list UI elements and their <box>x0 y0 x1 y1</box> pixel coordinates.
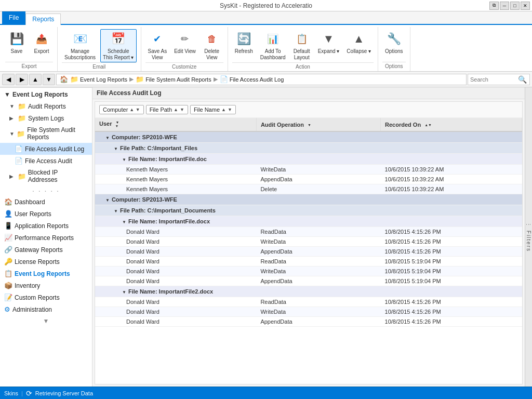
edit-view-button[interactable]: ✏ Edit View <box>171 29 198 56</box>
col-header-user[interactable]: User ▼▾ <box>95 118 256 131</box>
table-row[interactable]: Donald WardAppendData10/8/2015 4:15:26 P… <box>95 247 522 257</box>
save-button[interactable]: 💾 Save <box>5 29 28 56</box>
collapse-button[interactable]: ▲ Collapse ▾ <box>344 29 374 56</box>
sidebar-item-user-reports[interactable]: 👤 User Reports <box>0 208 92 220</box>
table-row[interactable]: Kenneth MayersAppendData10/6/2015 10:39:… <box>95 175 522 184</box>
folder-icon-current: 📄 <box>220 75 228 83</box>
system-logs-label: System Logs <box>28 115 64 122</box>
sidebar-item-file-access-audit-log[interactable]: 📄 File Access Audit Log <box>0 143 92 155</box>
sidebar-item-system-logs[interactable]: ▶ 📁 System Logs <box>0 112 92 124</box>
sidebar-item-blocked-ip[interactable]: ▶ 📁 Blocked IP Addresses <box>0 167 92 185</box>
user-filter-icon[interactable]: ▾ <box>116 124 119 128</box>
skins-label[interactable]: Skins <box>4 390 18 396</box>
sidebar-item-custom-reports[interactable]: 📝 Custom Reports <box>0 291 92 303</box>
export-button[interactable]: 📤 Export <box>30 29 53 56</box>
back-button[interactable]: ◀ <box>2 74 15 85</box>
table-row[interactable]: Donald WardReadData10/8/2015 4:15:26 PM <box>95 227 522 237</box>
system-logs-toggle: ▶ <box>9 115 16 121</box>
table-row[interactable]: Donald WardWriteData10/8/2015 4:15:26 PM <box>95 307 522 317</box>
breadcrumb-item-event-log[interactable]: 📁 Event Log Reports <box>70 75 127 83</box>
sidebar-section-event-log[interactable]: ▼ Event Log Reports <box>0 87 92 100</box>
table-row[interactable]: Donald WardAppendData10/8/2015 4:15:26 P… <box>95 317 522 327</box>
sidebar-collapse-arrow[interactable]: ▼ <box>0 315 92 327</box>
search-box[interactable]: 🔍 <box>468 74 530 85</box>
event-log-reports-nav-label: Event Log Reports <box>15 270 70 277</box>
nav-bar: ◀ ▶ ▲ ▼ 🏠 📁 Event Log Reports ▶ 📁 File S… <box>0 72 532 87</box>
table-row[interactable]: ▼File Name: ImportantFile.docx <box>95 216 522 227</box>
refresh-button[interactable]: 🔄 Refresh <box>232 29 256 56</box>
table-row[interactable]: ▼File Name: ImportantFile2.docx <box>95 286 522 297</box>
file-access-log-icon: 📄 <box>15 145 23 153</box>
maximize-button[interactable]: □ <box>510 2 520 10</box>
filter-file-path-arrow: ▲ <box>174 107 178 112</box>
table-row[interactable]: ▼File Name: ImportantFile.doc <box>95 154 522 165</box>
sidebar-item-file-access-audit[interactable]: 📄 File Access Audit <box>0 155 92 167</box>
export-label: Export <box>34 48 49 55</box>
table-row[interactable]: ▼File Path: C:\Important_Files <box>95 143 522 154</box>
sidebar-item-application-reports[interactable]: 📱 Application Reports <box>0 220 92 232</box>
close-button[interactable]: ✕ <box>521 2 530 10</box>
search-input[interactable] <box>470 76 517 83</box>
administration-icon: ⚙ <box>4 305 10 313</box>
col-header-audit-operation[interactable]: Audit Operation ▼ <box>256 118 380 131</box>
filter-file-path[interactable]: File Path ▲ ▼ <box>146 105 188 114</box>
breadcrumb-item-file-system[interactable]: 📁 File System Audit Reports <box>136 75 211 83</box>
search-button[interactable]: 🔍 <box>518 75 527 84</box>
sidebar-item-inventory[interactable]: 📦 Inventory <box>0 280 92 291</box>
ribbon-group-customize: ✔ Save AsView ✏ Edit View 🗑 DeleteView C… <box>141 27 228 71</box>
app-reports-label: Application Reports <box>15 222 69 230</box>
breadcrumb-label-event-log: Event Log Reports <box>80 76 127 83</box>
filter-computer-label: Computer <box>103 107 128 113</box>
tab-reports[interactable]: Reports <box>25 14 61 25</box>
sidebar-item-administration[interactable]: ⚙ Administration <box>0 303 92 315</box>
minimize-button[interactable]: ─ <box>500 2 509 10</box>
sidebar-item-performance-reports[interactable]: 📈 Performance Reports <box>0 232 92 244</box>
sidebar-item-audit-reports[interactable]: ▼ 📁 Audit Reports <box>0 100 92 112</box>
table-row[interactable]: Donald WardWriteData10/8/2015 4:15:26 PM <box>95 237 522 247</box>
manage-subscriptions-label: ManageSubscriptions <box>64 48 96 61</box>
restore-button[interactable]: ⧉ <box>489 2 499 10</box>
options-button[interactable]: 🔧 Options <box>382 29 405 56</box>
sidebar-item-event-log-reports[interactable]: 📋 Event Log Reports <box>0 268 92 280</box>
table-row[interactable]: Donald WardAppendData10/8/2015 5:19:04 P… <box>95 276 522 286</box>
sidebar-section-label: Event Log Reports <box>12 91 68 98</box>
table-row[interactable]: Donald WardReadData10/8/2015 4:15:26 PM <box>95 297 522 307</box>
forward-button[interactable]: ▶ <box>16 74 28 85</box>
sidebar-section-toggle: ▼ <box>4 91 10 98</box>
blocked-ip-icon: 📁 <box>18 172 26 180</box>
tab-file[interactable]: File <box>2 10 25 24</box>
table-row[interactable]: Kenneth MayersWriteData10/6/2015 10:39:2… <box>95 165 522 175</box>
breadcrumb-item-current[interactable]: 📄 File Access Audit Log <box>220 75 284 83</box>
sidebar-item-dashboard[interactable]: 🏠 Dashboard <box>0 196 92 208</box>
save-as-view-button[interactable]: ✔ Save AsView <box>145 29 170 62</box>
sidebar-item-gateway-reports[interactable]: 🔗 Gateway Reports <box>0 244 92 256</box>
filter-file-name[interactable]: File Name ▲ ▼ <box>190 105 236 114</box>
dropdown-button[interactable]: ▼ <box>43 74 55 85</box>
customize-group-items: ✔ Save AsView ✏ Edit View 🗑 DeleteView <box>145 27 223 62</box>
manage-subscriptions-button[interactable]: 📧 ManageSubscriptions <box>62 29 98 62</box>
schedule-report-button[interactable]: 📅 ScheduleThis Report ▾ <box>100 29 136 62</box>
table-row[interactable]: ▼File Path: C:\Important_Documents <box>95 205 522 216</box>
sidebar-item-file-system-audit[interactable]: ▼ 📁 File System Audit Reports <box>0 124 92 143</box>
default-layout-button[interactable]: 📋 DefaultLayout <box>290 29 313 62</box>
add-to-dashboard-button[interactable]: 📊 Add ToDashboard <box>258 29 288 62</box>
table-row[interactable]: Donald WardReadData10/8/2015 5:19:04 PM <box>95 257 522 267</box>
expand-label: Expand ▾ <box>318 48 340 55</box>
up-button[interactable]: ▲ <box>29 74 42 85</box>
table-row[interactable]: ▼Computer: SP2010-WFE <box>95 131 522 143</box>
refresh-icon: 🔄 <box>235 31 252 47</box>
breadcrumb-icon-home: 🏠 <box>60 75 68 83</box>
schedule-report-icon: 📅 <box>110 31 127 47</box>
col-header-recorded-on[interactable]: Recorded On ▲▼ <box>381 118 522 131</box>
sidebar-item-license-reports[interactable]: 🔑 License Reports <box>0 256 92 268</box>
delete-view-button[interactable]: 🗑 DeleteView <box>201 29 223 62</box>
file-access-audit-label: File Access Audit <box>25 157 72 165</box>
expand-button[interactable]: ▼ Expand ▾ <box>315 29 342 56</box>
table-row[interactable]: Donald WardWriteData10/8/2015 5:19:04 PM <box>95 267 522 276</box>
options-group-items: 🔧 Options <box>382 27 405 62</box>
table-row[interactable]: ▼Computer: SP2013-WFE <box>95 194 522 205</box>
filter-computer[interactable]: Computer ▲ ▼ <box>99 105 144 114</box>
table-row[interactable]: Kenneth MayersDelete10/6/2015 10:39:22 A… <box>95 184 522 194</box>
filter-file-name-arrow: ▲ <box>221 107 226 112</box>
filters-panel[interactable]: ⋮ Filters <box>525 87 532 387</box>
